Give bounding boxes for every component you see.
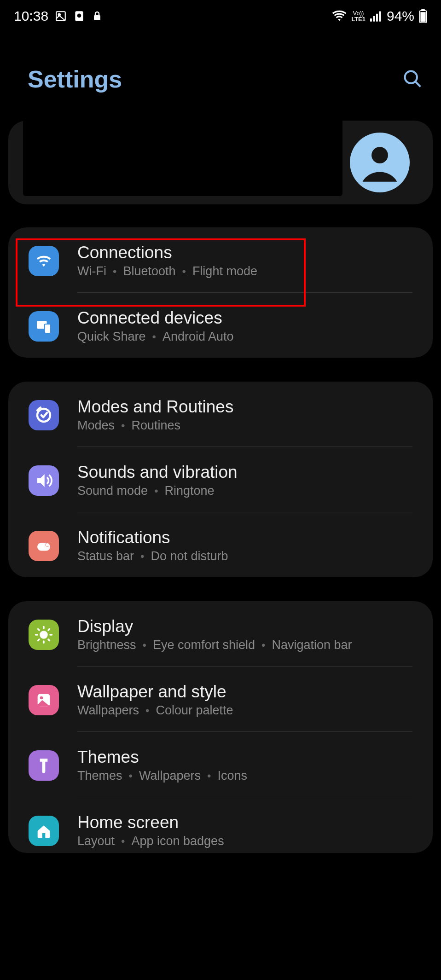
settings-group-1: Connections Wi-Fi• Bluetooth• Flight mod… — [8, 227, 433, 358]
setting-title: Connections — [77, 243, 412, 262]
notifications-icon — [29, 531, 59, 561]
svg-rect-11 — [420, 12, 425, 22]
svg-line-27 — [48, 639, 49, 640]
svg-point-3 — [77, 14, 81, 18]
svg-point-14 — [371, 147, 388, 163]
setting-subtitle: Modes• Routines — [77, 418, 412, 433]
setting-title: Modes and Routines — [77, 397, 412, 417]
avatar — [350, 133, 410, 192]
svg-point-12 — [405, 71, 417, 83]
setting-connected-devices[interactable]: Connected devices Quick Share• Android A… — [8, 293, 433, 358]
svg-rect-7 — [376, 14, 378, 22]
setting-subtitle: Brightness• Eye comfort shield• Navigati… — [77, 638, 412, 652]
svg-line-26 — [38, 629, 39, 630]
setting-subtitle: Wallpapers• Colour palette — [77, 703, 412, 718]
wallpaper-icon — [29, 685, 59, 715]
settings-group-3: Display Brightness• Eye comfort shield• … — [8, 601, 433, 853]
display-icon — [29, 620, 59, 650]
settings-group-2: Modes and Routines Modes• Routines Sound… — [8, 382, 433, 577]
svg-rect-4 — [94, 15, 100, 20]
setting-display[interactable]: Display Brightness• Eye comfort shield• … — [8, 601, 433, 666]
setting-subtitle: Layout• App icon badges — [77, 834, 412, 848]
status-time: 10:38 — [14, 8, 48, 24]
setting-wallpaper-style[interactable]: Wallpaper and style Wallpapers• Colour p… — [8, 667, 433, 731]
setting-subtitle: Quick Share• Android Auto — [77, 330, 412, 344]
setting-title: Home screen — [77, 813, 412, 832]
gallery-icon — [55, 10, 67, 22]
setting-subtitle: Status bar• Do not disturb — [77, 549, 412, 563]
app-icon — [73, 10, 85, 22]
signal-icon — [370, 11, 382, 22]
network-type: Vo)) LTE1 — [351, 10, 366, 22]
devices-icon — [29, 311, 59, 342]
svg-rect-6 — [373, 16, 375, 22]
setting-connections[interactable]: Connections Wi-Fi• Bluetooth• Flight mod… — [8, 227, 433, 292]
home-icon — [29, 816, 59, 846]
page-title: Settings — [28, 65, 122, 93]
themes-icon — [29, 750, 59, 781]
routines-icon — [29, 400, 59, 430]
battery-icon — [419, 9, 427, 23]
svg-line-28 — [38, 639, 39, 640]
svg-line-13 — [416, 82, 420, 87]
setting-title: Themes — [77, 748, 412, 767]
svg-point-20 — [46, 543, 49, 546]
battery-percent: 94% — [387, 8, 414, 24]
search-button[interactable] — [402, 68, 423, 91]
svg-rect-5 — [370, 18, 372, 22]
sound-icon — [29, 465, 59, 496]
setting-themes[interactable]: Themes Themes• Wallpapers• Icons — [8, 732, 433, 797]
wifi-icon — [29, 246, 59, 276]
setting-home-screen[interactable]: Home screen Layout• App icon badges — [8, 797, 433, 853]
lock-icon — [92, 10, 103, 23]
svg-line-29 — [48, 629, 49, 630]
svg-point-21 — [40, 631, 48, 639]
setting-subtitle: Themes• Wallpapers• Icons — [77, 769, 412, 783]
svg-point-31 — [40, 696, 43, 699]
setting-title: Notifications — [77, 528, 412, 547]
account-card[interactable] — [8, 121, 433, 204]
setting-sounds-vibration[interactable]: Sounds and vibration Sound mode• Rington… — [8, 447, 433, 512]
search-icon — [402, 68, 423, 89]
svg-rect-16 — [45, 324, 51, 333]
setting-subtitle: Wi-Fi• Bluetooth• Flight mode — [77, 264, 412, 278]
setting-notifications[interactable]: Notifications Status bar• Do not disturb — [8, 512, 433, 577]
setting-title: Wallpaper and style — [77, 682, 412, 702]
setting-title: Sounds and vibration — [77, 463, 412, 482]
account-redacted — [23, 121, 342, 196]
setting-title: Connected devices — [77, 308, 412, 328]
setting-subtitle: Sound mode• Ringtone — [77, 484, 412, 498]
setting-title: Display — [77, 617, 412, 636]
wifi-status-icon — [332, 10, 347, 22]
svg-rect-8 — [379, 12, 381, 22]
settings-header: Settings — [0, 29, 441, 121]
setting-modes-routines[interactable]: Modes and Routines Modes• Routines — [8, 382, 433, 447]
status-bar: 10:38 Vo)) LTE1 94% — [0, 0, 441, 29]
